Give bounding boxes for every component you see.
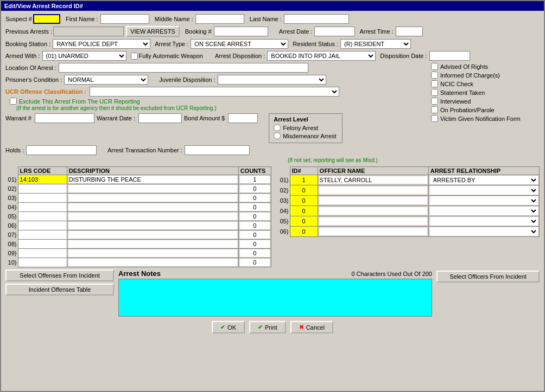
lrs-counts-input[interactable] xyxy=(240,176,270,183)
officer-name-input[interactable] xyxy=(319,176,427,184)
officer-relationship-select[interactable] xyxy=(430,217,538,226)
officer-id-input[interactable] xyxy=(291,217,316,225)
lrs-counts-input[interactable] xyxy=(240,259,270,266)
officer-name-input[interactable] xyxy=(319,228,427,235)
armed-with-select[interactable]: (01) UNARMED xyxy=(42,51,126,61)
ok-button[interactable]: ✔ OK xyxy=(212,321,245,333)
victim-notification-checkbox[interactable] xyxy=(431,115,438,122)
booking-field[interactable] xyxy=(214,27,268,36)
officer-name-input[interactable] xyxy=(319,197,427,204)
lrs-desc-input[interactable] xyxy=(68,222,237,229)
arrest-type-select[interactable]: ON SCENE ARREST xyxy=(191,39,288,49)
location-field[interactable]: 506 HOLT AVENUE xyxy=(59,63,308,73)
ucr-label: UCR Offense Classification : xyxy=(5,88,86,95)
officer-relationship-select[interactable] xyxy=(430,207,538,215)
officer-relationship-select[interactable]: ARRESTED BY xyxy=(430,176,538,184)
ucr-select[interactable] xyxy=(90,87,339,97)
window-title: Edit/View Arrest Record ID# xyxy=(4,3,83,9)
print-button[interactable]: ✔ Print xyxy=(249,321,286,333)
lrs-counts-input[interactable] xyxy=(240,203,270,211)
informed-charge-checkbox[interactable] xyxy=(431,72,438,79)
interviewed-checkbox[interactable] xyxy=(431,98,438,105)
lrs-counts-input[interactable] xyxy=(240,231,270,239)
lrs-counts-input[interactable] xyxy=(240,185,270,192)
statement-taken-checkbox[interactable] xyxy=(431,89,438,96)
lrs-counts-input[interactable] xyxy=(240,240,270,248)
lrs-desc-input[interactable] xyxy=(68,176,237,183)
juvenile-select[interactable] xyxy=(218,75,326,85)
lrs-desc-input[interactable] xyxy=(68,185,237,192)
lrs-desc-input[interactable] xyxy=(68,231,237,239)
prisoner-condition-select[interactable]: NORMAL xyxy=(64,75,148,85)
prev-arrests-field[interactable]: 1 ARRESTS ON FILE xyxy=(53,27,124,36)
lrs-desc-input[interactable] xyxy=(68,249,237,257)
misdemeanor-label: Misdemeanor Arrest xyxy=(283,133,336,139)
officer-id-input[interactable] xyxy=(291,197,316,204)
booking-station-select[interactable]: RAYNE POLICE DEPT xyxy=(53,39,150,49)
arrest-time-field[interactable]: 11:49 xyxy=(396,27,423,36)
lrs-counts-input[interactable] xyxy=(240,194,270,202)
transaction-field[interactable] xyxy=(185,145,250,155)
misdemeanor-radio[interactable] xyxy=(274,132,281,139)
cancel-button[interactable]: ✖ Cancel xyxy=(290,321,333,333)
select-officers-button[interactable]: Select Officers From Incident xyxy=(436,271,540,282)
officer-relationship-select[interactable] xyxy=(430,227,538,236)
suspect-id-field[interactable]: 1858 xyxy=(33,14,60,24)
officer-relationship-select[interactable] xyxy=(430,186,538,195)
middle-name-label: Middle Name : xyxy=(155,16,193,22)
disposition-date-field[interactable]: 08/31/2022 xyxy=(429,51,470,61)
interviewed-label: Interviewed xyxy=(440,98,471,105)
lrs-code-input[interactable] xyxy=(20,203,66,211)
lrs-desc-input[interactable] xyxy=(68,240,237,248)
bond-field[interactable]: 0.00 xyxy=(228,113,258,123)
arrest-notes-textarea[interactable] xyxy=(118,279,432,317)
lrs-counts-input[interactable] xyxy=(240,213,270,220)
officer-name-input[interactable] xyxy=(319,217,427,225)
ncic-check-checkbox[interactable] xyxy=(431,80,438,87)
first-name-field[interactable]: DAVID xyxy=(100,14,149,24)
lrs-desc-input[interactable] xyxy=(68,203,237,211)
lrs-desc-input[interactable] xyxy=(68,259,237,266)
disposition-select[interactable]: BOOKED INTO RPD JAIL xyxy=(267,51,376,61)
exclude-ucr-checkbox[interactable] xyxy=(10,98,17,105)
holds-field[interactable] xyxy=(26,145,97,155)
view-arrests-button[interactable]: VIEW ARRESTS xyxy=(126,26,180,37)
lrs-code-input[interactable] xyxy=(20,249,66,257)
advised-rights-checkbox[interactable] xyxy=(431,63,438,70)
lrs-code-input[interactable] xyxy=(20,194,66,202)
officer-id-input[interactable] xyxy=(291,207,316,215)
select-offenses-button[interactable]: Select Offenses From Incident xyxy=(5,269,114,281)
lrs-desc-cell xyxy=(67,221,238,230)
felony-radio[interactable] xyxy=(274,124,281,131)
officer-relationship-select[interactable] xyxy=(430,196,538,205)
warrant-field[interactable] xyxy=(35,113,94,123)
lrs-code-input[interactable] xyxy=(20,185,66,192)
lrs-desc-input[interactable] xyxy=(68,213,237,220)
resident-status-select[interactable]: (R) RESIDENT xyxy=(340,39,411,49)
ok-checkmark-icon: ✔ xyxy=(220,324,225,331)
officer-name-cell xyxy=(318,216,428,227)
officer-name-input[interactable] xyxy=(319,207,427,215)
arrest-date-field[interactable]: 08/31/2022 xyxy=(314,27,355,36)
lrs-row-num: 04) xyxy=(5,203,18,212)
probation-parole-checkbox[interactable] xyxy=(431,106,438,113)
lrs-code-input[interactable] xyxy=(20,240,66,248)
last-name-field[interactable]: MILTONER xyxy=(284,14,349,24)
incident-offenses-table-button[interactable]: Incident Offenses Table xyxy=(5,284,114,295)
lrs-row-num: 01) xyxy=(5,175,18,184)
officer-id-input[interactable] xyxy=(291,228,316,235)
officer-id-input[interactable] xyxy=(291,176,316,184)
lrs-code-input[interactable] xyxy=(20,213,66,220)
officer-name-input[interactable] xyxy=(319,187,427,194)
lrs-code-input[interactable] xyxy=(20,231,66,239)
lrs-desc-input[interactable] xyxy=(68,194,237,202)
lrs-code-input[interactable] xyxy=(20,222,66,229)
fully-auto-checkbox[interactable] xyxy=(131,53,138,60)
officer-id-input[interactable] xyxy=(291,187,316,194)
lrs-code-input[interactable] xyxy=(20,176,66,183)
middle-name-field[interactable] xyxy=(195,14,244,24)
lrs-counts-input[interactable] xyxy=(240,222,270,229)
lrs-code-input[interactable] xyxy=(20,259,66,266)
lrs-counts-input[interactable] xyxy=(240,249,270,257)
warrant-date-field[interactable]: __/__/____ xyxy=(138,113,182,123)
